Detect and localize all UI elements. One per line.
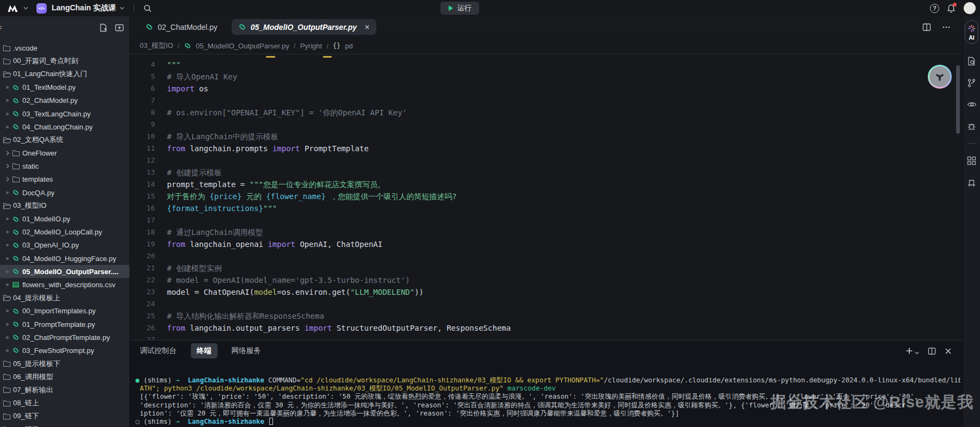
code-line[interactable]: 11from langchain.prompts import PromptTe…: [130, 143, 963, 154]
python-file-icon: [145, 23, 153, 31]
file-tree-item[interactable]: 02_文档QA系统: [0, 133, 129, 146]
tab-label: 02_ChatModel.py: [158, 23, 218, 32]
code-line[interactable]: 15对于售价为 {price} 元的 {flower_name} ，您能提供一个…: [130, 190, 963, 202]
user-avatar[interactable]: [964, 2, 976, 14]
code-line[interactable]: 16{format_instructions}""": [130, 202, 963, 214]
code-line[interactable]: 23model = ChatOpenAI(model=os.environ.ge…: [130, 286, 963, 298]
tab-02-chatmodel[interactable]: 02_ChatModel.py: [139, 19, 224, 35]
tools-icon[interactable]: [967, 177, 977, 187]
file-tree-item[interactable]: 00_ImportTemplates.py: [0, 305, 129, 318]
file-tree-item[interactable]: 04_提示模板上: [0, 292, 129, 305]
new-file-icon[interactable]: [99, 23, 108, 32]
code-editor[interactable]: 4"""5# 导入OpenAI Key6import os78# os.envi…: [130, 54, 963, 340]
open-folder-icon: [3, 71, 13, 78]
code-line[interactable]: 19from langchain_openai import OpenAI, C…: [130, 238, 963, 250]
terminal-output[interactable]: ● (shims) → LangChain-shizhanke COMMAND=…: [135, 376, 960, 426]
breadcrumb-language-server[interactable]: Pyright: [300, 42, 322, 50]
ai-panel-button[interactable]: AI: [965, 20, 978, 44]
file-tree-item[interactable]: flowers_with_descriptions.csv: [0, 278, 129, 291]
file-tree-item[interactable]: 03_模型IO: [0, 199, 129, 212]
watch-eye-icon[interactable]: [967, 100, 977, 109]
close-tab-icon[interactable]: ✕: [364, 23, 370, 31]
file-tree-item-label: 01_TextModel.py: [22, 83, 76, 91]
file-tree-item[interactable]: 06_调用模型: [0, 370, 129, 383]
file-tree-item[interactable]: 07_解析输出: [0, 383, 129, 397]
file-tree-item[interactable]: 10_记忆: [0, 423, 129, 427]
file-tree-item[interactable]: 00_开篇词_奇点时刻: [0, 54, 129, 67]
code-line[interactable]: 12: [130, 154, 963, 166]
file-tree-item[interactable]: 08_链上: [0, 397, 129, 410]
tab-terminal[interactable]: 终端: [191, 343, 218, 358]
product-logo-icon[interactable]: [7, 4, 20, 13]
code-line[interactable]: 24: [130, 298, 963, 310]
ai-assistant-floating-button[interactable]: [928, 65, 952, 89]
help-icon[interactable]: ?: [930, 4, 939, 13]
file-tree-item[interactable]: templates: [0, 173, 129, 186]
folder-icon: [12, 150, 22, 157]
file-tree-item-selected[interactable]: 05_ModelIO_OutputParser....: [0, 265, 129, 278]
file-tree-item[interactable]: 02_ChatModel.py: [0, 94, 129, 107]
modified-dot-icon: [3, 126, 12, 128]
file-tree-item[interactable]: 01_ModelIO.py: [0, 212, 129, 225]
file-tree-item[interactable]: 04_ChatLongChain.py: [0, 120, 129, 133]
code-line[interactable]: 6import os: [130, 83, 963, 95]
notifications-bell-icon[interactable]: [947, 4, 956, 13]
file-tree-item[interactable]: .vscode: [0, 41, 129, 54]
code-line[interactable]: 9: [130, 119, 963, 131]
code-line[interactable]: 22# model = OpenAI(model_name='gpt-3.5-t…: [130, 274, 963, 286]
file-tree-item[interactable]: 01_PromptTemplate.py: [0, 318, 129, 331]
file-search-icon[interactable]: [967, 56, 977, 66]
new-folder-icon[interactable]: [115, 23, 124, 32]
line-number: 4: [130, 59, 155, 71]
split-panel-icon[interactable]: [928, 347, 936, 355]
file-tree-item[interactable]: 03_OpenAI_IO.py: [0, 239, 129, 252]
new-terminal-button[interactable]: [905, 347, 919, 355]
code-line[interactable]: 26from langchain.output_parsers import S…: [130, 322, 963, 334]
file-tree-item[interactable]: DocQA.py: [0, 186, 129, 199]
code-line[interactable]: 27: [130, 334, 963, 340]
code-line[interactable]: 10# 导入LangChain中的提示模板: [130, 131, 963, 143]
file-tree-item[interactable]: 02_ModelIO_LoopCall.py: [0, 226, 129, 239]
tab-05-modelio-outputparser[interactable]: 05_ModelIO_OutputParser.py ✕: [232, 19, 376, 35]
code-line[interactable]: 5# 导入OpenAI Key: [130, 71, 963, 83]
code-line[interactable]: 7: [130, 95, 963, 107]
workspace-title[interactable]: LangChain 实战课: [52, 3, 116, 13]
breadcrumb-file[interactable]: 05_ModelIO_OutputParser.py: [196, 42, 289, 50]
file-tree-item[interactable]: 03_TextLangChain.py: [0, 107, 129, 120]
file-tree-item[interactable]: 09_链下: [0, 410, 129, 423]
code-line[interactable]: 25# 导入结构化输出解析器和ResponseSchema: [130, 310, 963, 322]
extensions-grid-icon[interactable]: [967, 156, 977, 165]
file-tree-item[interactable]: 02_ChatPromptTemplate.py: [0, 331, 129, 344]
code-text: 对于售价为 {price} 元的 {flower_name} ，您能提供一个吸引…: [167, 190, 457, 202]
code-line[interactable]: 20: [130, 250, 963, 262]
tab-network-service[interactable]: 网络服务: [232, 346, 261, 356]
file-tree-item[interactable]: 01_LangChain快速入门: [0, 67, 129, 81]
file-tree-item[interactable]: 01_TextModel.py: [0, 81, 129, 94]
breadcrumb-symbol[interactable]: pd: [345, 42, 352, 50]
split-editor-icon[interactable]: [922, 23, 931, 32]
code-line[interactable]: 17: [130, 214, 963, 226]
close-panel-icon[interactable]: [945, 348, 952, 355]
search-icon[interactable]: [144, 4, 152, 13]
run-button[interactable]: 运行: [441, 2, 479, 15]
file-tree-item[interactable]: 03_FewShotPrompt.py: [0, 344, 129, 357]
logo-chevron-down-icon[interactable]: [23, 7, 28, 10]
code-line[interactable]: 4""": [130, 59, 963, 71]
editor-scrollbar[interactable]: [956, 65, 960, 134]
code-line[interactable]: 14prompt_template = """您是一位专业的鲜花店文案撰写员。: [130, 178, 963, 190]
more-actions-icon[interactable]: [942, 23, 951, 32]
file-tree-item[interactable]: static: [0, 160, 129, 173]
code-line[interactable]: 21# 创建模型实例: [130, 262, 963, 274]
file-tree-item[interactable]: 05_提示模板下: [0, 357, 129, 370]
file-tree-item[interactable]: 04_ModelIO_HuggingFace.py: [0, 252, 129, 265]
workspace-chevron-down-icon[interactable]: [120, 7, 125, 10]
code-line[interactable]: 18# 通过LangChain调用模型: [130, 226, 963, 238]
code-line[interactable]: 8# os.environ["OPENAI_API_KEY"] = '你的Ope…: [130, 107, 963, 119]
file-tree-item[interactable]: OneFlower: [0, 147, 129, 160]
breadcrumb-folder[interactable]: 03_模型IO: [140, 41, 173, 51]
source-control-icon[interactable]: [967, 78, 977, 88]
debug-bug-icon[interactable]: [967, 121, 977, 131]
code-line[interactable]: 13# 创建提示模板: [130, 166, 963, 178]
tab-debug-console[interactable]: 调试控制台: [140, 346, 177, 356]
code-line[interactable]: [130, 54, 963, 59]
